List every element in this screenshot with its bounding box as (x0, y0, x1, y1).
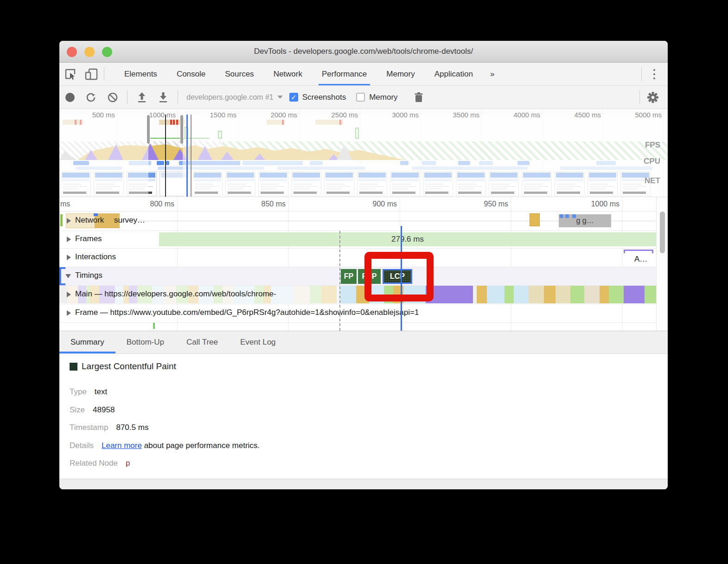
tab-sources[interactable]: Sources (215, 63, 263, 85)
minimize-window-button[interactable] (84, 47, 95, 57)
zoom-window-button[interactable] (102, 47, 112, 57)
tab-memory[interactable]: Memory (377, 63, 424, 85)
related-node-value[interactable]: p (126, 459, 130, 468)
track-network[interactable]: Network survey… g g… (59, 212, 656, 231)
scrollbar-thumb[interactable] (660, 212, 665, 253)
overview-ruler-label: 500 ms (73, 111, 115, 119)
network-bar-cap (572, 214, 576, 218)
tab-call-tree[interactable]: Call Tree (175, 331, 229, 353)
close-window-button[interactable] (67, 47, 77, 57)
devtools-menu-icon[interactable] (647, 63, 661, 85)
frame-duration-bar[interactable]: 279.6 ms (159, 232, 656, 246)
timestamp-label: Timestamp (70, 423, 108, 432)
page-selector-dropdown-icon[interactable] (277, 96, 283, 99)
fp-marker[interactable]: FP (341, 269, 357, 284)
load-profile-icon[interactable] (131, 89, 153, 106)
inspect-element-icon[interactable] (59, 63, 81, 85)
page-selector[interactable]: developers.google.com #1 (186, 93, 274, 102)
tab-event-log[interactable]: Event Log (229, 331, 287, 353)
memory-checkbox[interactable] (356, 93, 365, 102)
net-activity-bar (157, 161, 164, 165)
ruler-tick: 950 ms (453, 200, 508, 208)
selection-handle-left[interactable] (147, 115, 150, 144)
net-lane-label: NET (645, 176, 660, 186)
network-bar-cap (560, 214, 563, 218)
timings-selected-bracket (59, 267, 61, 285)
frames-expand-icon[interactable] (67, 237, 71, 242)
details-text: about page performance metrics. (142, 441, 260, 450)
ruler-tick: 900 ms (341, 200, 397, 208)
summary-heading: Largest Contentful Paint (70, 361, 176, 372)
memory-label[interactable]: Memory (369, 93, 397, 102)
related-node-label: Related Node (70, 459, 118, 468)
overview-ruler-label: 3500 ms (438, 111, 479, 119)
garbage-collect-icon[interactable] (408, 89, 429, 106)
devtools-tabbar: Elements Console Sources Network Perform… (59, 63, 668, 86)
main-track-label: Main — https://developers.google.com/web… (75, 289, 276, 299)
overview-ruler-label: 3000 ms (377, 111, 419, 119)
overview-ruler-label: 1000 ms (134, 111, 176, 119)
timings-track-label: Timings (75, 271, 102, 280)
ruler-tick: 850 ms (230, 200, 286, 208)
interaction-bracket (624, 250, 653, 253)
timeline-overview[interactable]: FPS CPU NET 500 ms1000 ms15 (59, 109, 668, 197)
summary-pane: Largest Contentful Paint Type text Size … (59, 354, 668, 479)
lcp-color-swatch (70, 363, 77, 371)
details-label: Details (70, 441, 94, 450)
timestamp-value: 870.5 ms (116, 423, 148, 432)
performance-toolbar: developers.google.com #1 ✓ Screenshots M… (59, 86, 668, 109)
overview-ruler-label: 5000 ms (620, 111, 662, 119)
type-value: text (95, 387, 107, 397)
frames-track-label: Frames (75, 234, 102, 244)
ruler-tick: ms (60, 200, 76, 208)
interactions-expand-icon[interactable] (67, 255, 71, 260)
track-frames[interactable]: 279.6 ms Frames (59, 231, 656, 249)
frame-expand-icon[interactable] (67, 310, 71, 316)
screenshots-label[interactable]: Screenshots (302, 93, 346, 102)
devtools-window: DevTools - developers.google.com/web/too… (59, 41, 668, 489)
network-tick (60, 214, 63, 226)
tab-console[interactable]: Console (167, 63, 215, 85)
timeline-tracks[interactable]: ms 800 ms 850 ms 900 ms 950 ms 1000 ms N… (59, 197, 668, 331)
overview-ruler-label: 4000 ms (498, 111, 540, 119)
capture-settings-gear-icon[interactable] (644, 89, 662, 106)
save-profile-icon[interactable] (153, 89, 174, 106)
learn-more-link[interactable]: Learn more (102, 441, 142, 450)
network-expand-icon[interactable] (67, 218, 71, 224)
overview-ruler-label: 4500 ms (559, 111, 601, 119)
overview-ruler-label: 2000 ms (255, 111, 297, 119)
divider (641, 67, 642, 81)
tab-summary[interactable]: Summary (59, 331, 115, 353)
track-frame[interactable]: Frame — https://www.youtube.com/embed/G_… (59, 304, 656, 323)
selection-handle-right[interactable] (180, 115, 184, 144)
reload-and-record-icon[interactable] (81, 89, 102, 106)
divider (104, 67, 104, 81)
more-tabs-chevron[interactable]: » (483, 63, 502, 85)
track-timings[interactable]: Timings FP FCP LCP (59, 267, 656, 286)
tab-bottom-up[interactable]: Bottom-Up (115, 331, 175, 353)
track-main[interactable]: Main — https://developers.google.com/web… (59, 286, 656, 304)
summary-row-timestamp: Timestamp 870.5 ms (70, 423, 148, 432)
network-request-bar[interactable] (530, 213, 540, 226)
network-track-label: Network (75, 216, 104, 225)
window-controls (67, 47, 112, 57)
summary-row-details: Details Learn more about page performanc… (70, 441, 260, 450)
tab-network[interactable]: Network (264, 63, 312, 85)
main-expand-icon[interactable] (67, 292, 71, 297)
annotation-highlight-box (364, 252, 434, 301)
divider (127, 90, 128, 104)
type-label: Type (70, 387, 87, 397)
clear-recording-icon[interactable] (102, 89, 123, 106)
screenshots-checkbox[interactable]: ✓ (289, 93, 298, 102)
tracks-scrollbar[interactable] (656, 197, 668, 331)
fps-lane-label: FPS (645, 141, 660, 150)
track-interactions[interactable]: Interactions A… (59, 249, 656, 267)
record-button[interactable] (59, 89, 81, 106)
tab-application[interactable]: Application (425, 63, 483, 85)
timings-collapse-icon[interactable] (65, 274, 71, 278)
tab-elements[interactable]: Elements (115, 63, 167, 85)
tab-performance[interactable]: Performance (312, 63, 377, 85)
interactions-track-label: Interactions (75, 252, 116, 262)
summary-row-size: Size 48958 (70, 405, 115, 415)
device-toolbar-icon[interactable] (81, 63, 102, 85)
